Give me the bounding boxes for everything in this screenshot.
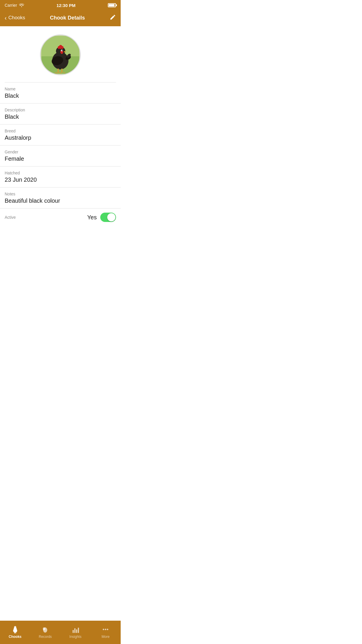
breed-row: Breed Australorp (0, 125, 121, 146)
hatched-label: Hatched (5, 171, 116, 175)
main-content: Name Black Description Black Breed Austr… (0, 26, 121, 249)
breed-value: Australorp (5, 134, 116, 141)
svg-rect-16 (61, 69, 63, 73)
hatched-value: 23 Jun 2020 (5, 176, 116, 183)
svg-point-7 (61, 46, 64, 49)
svg-point-10 (62, 50, 63, 51)
battery-icon (108, 3, 116, 7)
status-bar-right (108, 3, 116, 7)
chicken-image (41, 36, 79, 74)
active-value: Yes (87, 214, 97, 221)
notes-value: Beautiful black colour (5, 197, 116, 204)
status-bar: Carrier 12:30 PM (0, 0, 121, 10)
avatar-section (0, 26, 121, 82)
back-label: Chooks (8, 15, 25, 21)
battery-fill (109, 4, 115, 6)
back-button[interactable]: ‹ Chooks (5, 15, 25, 21)
breed-label: Breed (5, 129, 116, 133)
notes-row: Notes Beautiful black colour (0, 188, 121, 209)
svg-rect-15 (57, 69, 59, 73)
name-value: Black (5, 92, 116, 99)
notes-label: Notes (5, 192, 116, 196)
edit-button[interactable] (110, 14, 116, 22)
active-row: Active Yes (0, 209, 121, 226)
status-bar-time: 12:30 PM (57, 3, 75, 8)
hatched-row: Hatched 23 Jun 2020 (0, 167, 121, 188)
nav-bar: ‹ Chooks Chook Details (0, 10, 121, 26)
back-chevron-icon: ‹ (5, 15, 7, 21)
active-right: Yes (87, 213, 116, 222)
svg-point-6 (58, 46, 60, 49)
description-row: Description Black (0, 104, 121, 125)
active-label: Active (5, 215, 16, 220)
description-label: Description (5, 108, 116, 112)
name-label: Name (5, 87, 116, 91)
active-toggle[interactable] (100, 213, 116, 222)
gender-value: Female (5, 155, 116, 162)
gender-row: Gender Female (0, 146, 121, 167)
description-value: Black (5, 113, 116, 120)
avatar[interactable] (40, 34, 81, 75)
name-row: Name Black (0, 83, 121, 104)
status-bar-left: Carrier (5, 3, 24, 8)
toggle-knob (107, 213, 115, 221)
wifi-icon (19, 3, 24, 8)
page-title: Chook Details (50, 15, 85, 21)
carrier-label: Carrier (5, 3, 17, 8)
gender-label: Gender (5, 150, 116, 154)
